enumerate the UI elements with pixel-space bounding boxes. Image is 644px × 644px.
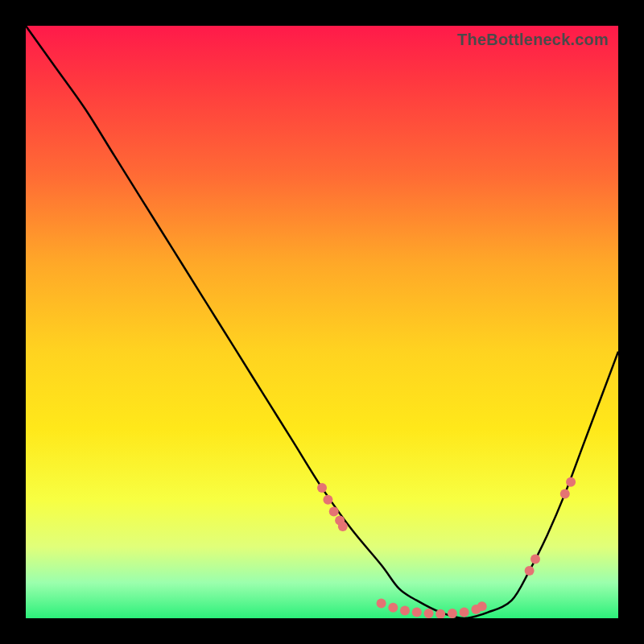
chart-marker	[448, 609, 457, 618]
bottleneck-curve-line	[26, 26, 618, 618]
chart-marker	[338, 522, 348, 531]
chart-marker	[530, 554, 540, 564]
chart-marker	[460, 608, 469, 617]
chart-marker	[566, 477, 576, 487]
chart-svg	[26, 26, 618, 618]
chart-marker	[388, 603, 398, 613]
chart-marker	[400, 605, 410, 615]
chart-marker	[525, 566, 535, 576]
chart-markers	[317, 477, 576, 618]
chart-plot-area: TheBottleneck.com	[26, 26, 618, 618]
watermark-text: TheBottleneck.com	[457, 31, 609, 49]
chart-marker	[317, 483, 327, 493]
chart-marker	[412, 608, 422, 617]
chart-marker	[377, 599, 386, 609]
chart-marker	[424, 609, 434, 618]
chart-marker	[560, 489, 570, 498]
chart-marker	[329, 507, 339, 517]
chart-marker	[477, 601, 487, 611]
chart-marker	[323, 495, 332, 505]
